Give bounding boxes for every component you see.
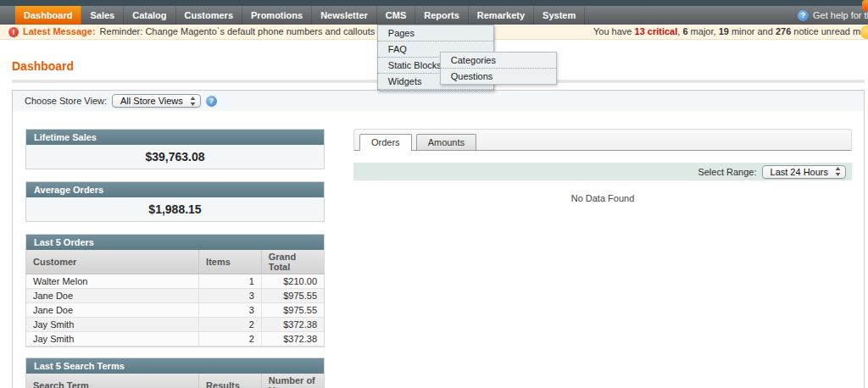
order-items: 3 xyxy=(199,289,262,303)
search-col-uses: Number of Uses xyxy=(261,374,324,388)
cms-dropdown-menu: Pages FAQ Static Blocks Widgets Categori… xyxy=(377,25,494,91)
chart-tabs: Orders Amounts xyxy=(353,129,852,151)
latest-message: ! Latest Message: Reminder: Change Magen… xyxy=(8,25,416,39)
order-customer: Walter Melon xyxy=(26,274,199,289)
submenu-item-questions[interactable]: Questions xyxy=(441,69,556,84)
nav-item-customers[interactable]: Customers xyxy=(176,6,242,25)
dashboard-content: Lifetime Sales $39,763.08 Average Orders… xyxy=(13,111,864,388)
table-row[interactable]: Walter Melon 1 $210.00 xyxy=(26,274,324,289)
search-col-term: Search Term xyxy=(26,374,199,388)
notification-bubble-icon xyxy=(860,25,868,39)
order-grand-total: $372.38 xyxy=(261,332,324,346)
alert-icon: ! xyxy=(8,27,19,37)
table-row[interactable]: Jane Doe 3 $975.55 xyxy=(26,289,324,303)
nav-item-cms[interactable]: CMS Pages FAQ Static Blocks Widgets Cate… xyxy=(377,6,415,25)
minor-count: 19 xyxy=(719,26,729,36)
nav-item-sales[interactable]: Sales xyxy=(81,6,124,25)
orders-col-customer: Customer xyxy=(26,250,199,274)
tab-amounts[interactable]: Amounts xyxy=(416,134,476,150)
select-arrows-icon xyxy=(835,167,841,176)
table-row[interactable]: Jay Smith 2 $372.38 xyxy=(26,332,324,346)
average-orders-value: $1,988.15 xyxy=(26,197,324,221)
nav-item-cms-label: CMS xyxy=(386,10,406,20)
get-help-link[interactable]: ? Get help for this page xyxy=(798,6,868,25)
corner-notification-fragment xyxy=(862,0,868,11)
help-question-icon: ? xyxy=(798,10,809,21)
order-grand-total: $975.55 xyxy=(261,289,324,303)
critical-count: 13 critical xyxy=(635,26,678,36)
no-data-message: No Data Found xyxy=(353,193,852,203)
major-text: major, xyxy=(688,26,719,36)
unread-messages-summary: You have 13 critical, 6 major, 19 minor … xyxy=(593,25,868,39)
nav-item-remarkety[interactable]: Remarkety xyxy=(469,6,534,25)
orders-col-items: Items xyxy=(199,250,262,274)
submenu-item-categories[interactable]: Categories xyxy=(441,53,556,69)
dashboard-right-column: Orders Amounts Select Range: Last 24 Hou… xyxy=(353,129,852,388)
dashboard-left-column: Lifetime Sales $39,763.08 Average Orders… xyxy=(25,129,325,388)
unread-prefix: You have xyxy=(593,26,635,36)
last-5-orders-title: Last 5 Orders xyxy=(26,235,324,250)
lifetime-sales-card: Lifetime Sales $39,763.08 xyxy=(25,129,325,169)
store-view-help-icon[interactable]: ? xyxy=(206,96,217,107)
range-value: Last 24 Hours xyxy=(771,167,828,177)
get-help-label: Get help for this page xyxy=(813,10,868,20)
store-view-value: All Store Views xyxy=(120,96,183,106)
last-5-search-terms-card: Last 5 Search Terms Search Term Results … xyxy=(25,358,325,388)
table-row[interactable]: Jane Doe 3 $975.55 xyxy=(26,303,324,318)
search-col-results: Results xyxy=(199,374,262,388)
latest-message-label: Latest Message: xyxy=(23,25,96,39)
select-range-bar: Select Range: Last 24 Hours xyxy=(353,163,852,180)
last-5-search-terms-title: Last 5 Search Terms xyxy=(26,358,324,374)
last-5-orders-card: Last 5 Orders Customer Items Grand Total xyxy=(25,234,325,347)
magento-admin-window: Dashboard Sales Catalog Customers Promot… xyxy=(0,0,868,388)
store-view-label: Choose Store View: xyxy=(25,96,107,106)
average-orders-title: Average Orders xyxy=(26,182,324,197)
range-select[interactable]: Last 24 Hours xyxy=(762,165,846,179)
last-5-search-terms-table: Search Term Results Number of Uses glass… xyxy=(26,374,324,388)
order-items: 3 xyxy=(199,303,262,318)
lifetime-sales-value: $39,763.08 xyxy=(26,145,324,169)
last-5-orders-table: Customer Items Grand Total Walter Melon … xyxy=(26,250,324,346)
order-items: 1 xyxy=(199,274,262,289)
order-customer: Jay Smith xyxy=(26,332,199,346)
dashboard-panel: Choose Store View: All Store Views ? Lif… xyxy=(12,90,865,388)
search-header-row: Search Term Results Number of Uses xyxy=(26,374,324,388)
order-items: 2 xyxy=(199,332,262,346)
minor-text: minor and xyxy=(729,26,776,36)
average-orders-card: Average Orders $1,988.15 xyxy=(25,181,325,222)
nav-item-dashboard[interactable]: Dashboard xyxy=(15,6,81,25)
orders-header-row: Customer Items Grand Total xyxy=(26,250,324,274)
order-grand-total: $372.38 xyxy=(261,318,324,332)
table-row[interactable]: Jay Smith 2 $372.38 xyxy=(26,318,324,332)
top-strip xyxy=(0,0,868,6)
order-grand-total: $210.00 xyxy=(261,274,324,289)
orders-col-grand-total: Grand Total xyxy=(261,250,324,274)
lifetime-sales-title: Lifetime Sales xyxy=(26,130,324,145)
order-customer: Jay Smith xyxy=(26,318,199,332)
store-view-select[interactable]: All Store Views xyxy=(112,94,201,108)
tab-orders[interactable]: Orders xyxy=(359,134,412,151)
latest-message-text: Reminder: Change Magento`s default phone… xyxy=(100,25,416,39)
order-customer: Jane Doe xyxy=(26,303,199,318)
nav-item-system[interactable]: System xyxy=(534,6,585,25)
notice-count: 276 xyxy=(776,26,791,36)
order-items: 2 xyxy=(199,318,262,332)
store-view-bar: Choose Store View: All Store Views ? xyxy=(13,91,864,111)
nav-item-promotions[interactable]: Promotions xyxy=(242,6,312,25)
nav-item-catalog[interactable]: Catalog xyxy=(124,6,175,25)
notice-text: notice unread message(s). xyxy=(791,26,868,36)
order-grand-total: $975.55 xyxy=(261,303,324,318)
cms-faq-submenu: Categories Questions xyxy=(440,52,557,85)
select-range-label: Select Range: xyxy=(698,167,756,177)
select-arrows-icon xyxy=(190,97,196,106)
order-customer: Jane Doe xyxy=(26,289,199,303)
main-nav: Dashboard Sales Catalog Customers Promot… xyxy=(0,6,868,25)
nav-item-reports[interactable]: Reports xyxy=(415,6,469,25)
menu-item-pages[interactable]: Pages xyxy=(378,25,493,42)
nav-item-newsletter[interactable]: Newsletter xyxy=(312,6,377,25)
